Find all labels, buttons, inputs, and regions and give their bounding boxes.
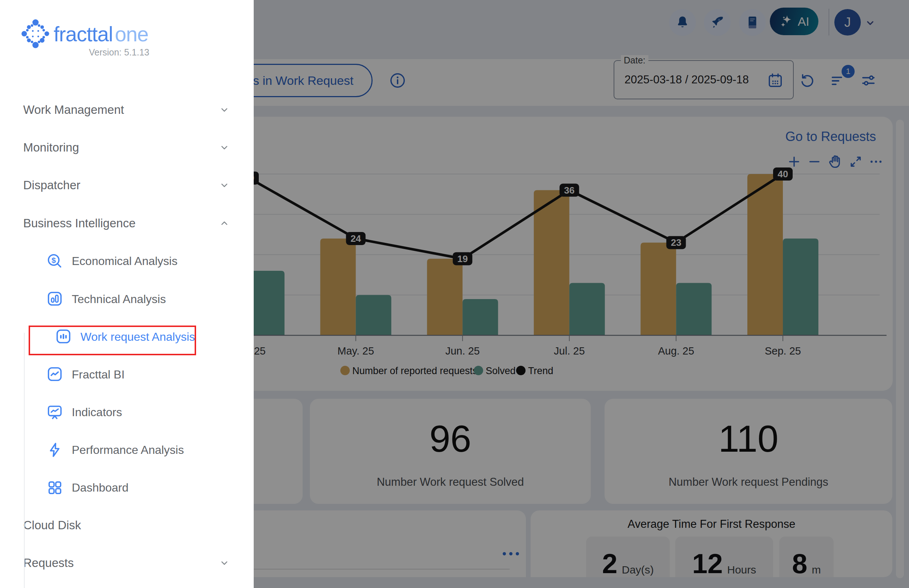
chevron-up-icon	[219, 218, 230, 229]
svg-text:$: $	[52, 255, 56, 264]
sidebar-item-indicators[interactable]: Indicators	[0, 393, 254, 431]
fracttal-logo-icon	[20, 18, 51, 49]
app-version: Version: 5.1.13	[89, 47, 149, 58]
fracttal-wordmark: fracttalone	[54, 21, 148, 47]
sidebar-item-monitoring[interactable]: Monitoring	[0, 129, 254, 166]
app-window: AI J Assets in Work Request Date: 2025-0…	[0, 0, 909, 588]
navigation-drawer: fracttalone Version: 5.1.13 Work Managem…	[0, 0, 254, 588]
performance-analysis-icon	[47, 441, 63, 458]
sidebar-item-economical-analysis[interactable]: $ Economical Analysis	[0, 242, 254, 280]
dashboard-icon	[47, 479, 63, 496]
sidebar-item-cloud-disk[interactable]: Cloud Disk	[0, 506, 254, 544]
sidebar-item-dashboard[interactable]: Dashboard	[0, 469, 254, 506]
annotation-highlight-box	[29, 326, 196, 355]
sidebar-item-technical-analysis[interactable]: Technical Analysis	[0, 280, 254, 318]
chevron-down-icon	[219, 557, 230, 569]
chevron-down-icon	[219, 104, 230, 115]
sidebar-item-business-intelligence[interactable]: Business Intelligence	[0, 204, 254, 242]
fracttal-bi-icon	[47, 366, 63, 383]
sidebar-item-work-management[interactable]: Work Management	[0, 91, 254, 129]
sidebar-item-dispatcher[interactable]: Dispatcher	[0, 166, 254, 204]
submenu-guide-line	[24, 333, 25, 588]
sidebar-item-performance-analysis[interactable]: Performance Analysis	[0, 431, 254, 469]
sidebar-item-requests[interactable]: Requests	[0, 544, 254, 582]
sidebar-item-fracttal-bi[interactable]: Fracttal BI	[0, 355, 254, 393]
chevron-down-icon	[219, 180, 230, 191]
indicators-icon	[47, 404, 63, 420]
economical-analysis-icon: $	[47, 253, 63, 269]
technical-analysis-icon	[47, 291, 63, 307]
chevron-down-icon	[219, 142, 230, 153]
